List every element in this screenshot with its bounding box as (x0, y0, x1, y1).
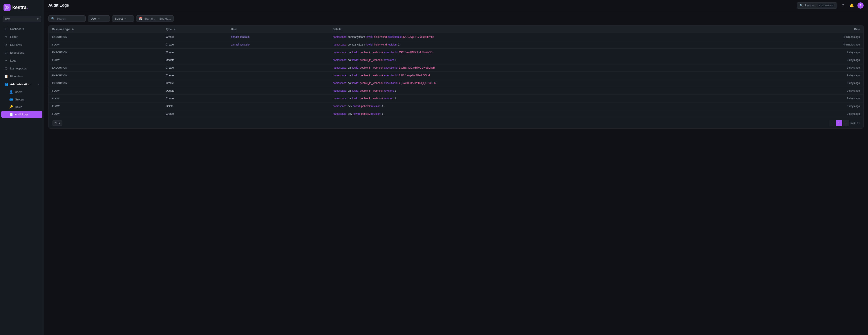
cell-user (227, 79, 329, 87)
sidebar-item-audit-logs[interactable]: 📄 Audit Logs (1, 111, 42, 118)
cell-details: namespace: qa flowId: pebble_in_webhook … (329, 87, 769, 95)
cell-user[interactable]: anna@kestra.io (227, 41, 329, 49)
cell-date: 4 minutes ago (769, 41, 863, 49)
sidebar-item-dashboard[interactable]: ⊞ Dashboard (1, 25, 42, 32)
detail-value[interactable]: pebble_in_webhook (360, 74, 383, 77)
table-row: EXECUTIONCreatenamespace: qa flowId: peb… (49, 79, 863, 87)
detail-label: namespace: (333, 51, 348, 54)
sidebar-item-editor[interactable]: ✎ Editor (1, 33, 42, 40)
detail-label: namespace: (333, 82, 348, 85)
cell-date: 9 days ago (769, 95, 863, 103)
detail-value[interactable]: pebble_in_webhook (360, 51, 383, 54)
sidebar-item-label: Dashboard (10, 27, 39, 31)
cell-details: namespace: company.team flowId: hello-wo… (329, 33, 769, 41)
col-resource-type[interactable]: Resource type ⇅ (49, 26, 162, 33)
detail-value[interactable]: OPESnWPNfP9prLJlkWuSD (399, 51, 433, 54)
cell-details: namespace: qa flowId: pebble_in_webhook … (329, 95, 769, 103)
sidebar-item-label: Roles (15, 105, 22, 109)
detail-value[interactable]: pebble2 (361, 112, 371, 115)
workspace-label: dev (5, 17, 10, 21)
prev-page-button[interactable]: ‹ (829, 120, 835, 126)
detail-label: namespace: (333, 58, 348, 61)
user-avatar[interactable]: A (858, 2, 864, 8)
cell-date: 4 minutes ago (769, 33, 863, 41)
sidebar-item-namespaces[interactable]: ⬡ Namespaces (1, 65, 42, 72)
detail-value[interactable]: 2lHfL1asgx6iv3UedrGQbd (399, 74, 430, 77)
workspace-selector[interactable]: dev ▾ (3, 16, 41, 22)
users-icon: 👤 (9, 90, 13, 94)
sidebar-item-roles[interactable]: 🔑 Roles (1, 103, 42, 110)
detail-value[interactable]: pebble_in_webhook (360, 66, 383, 69)
detail-label: flowId: (353, 105, 361, 108)
detail-value[interactable]: 37OUZQEtr1VYlkcyxfPnn6 (402, 35, 434, 38)
cell-details: namespace: dev flowId: pebble2 revision:… (329, 110, 769, 118)
sidebar-item-flows[interactable]: ▷ Ea Flows (1, 41, 42, 48)
search-filter[interactable]: 🔍 (48, 16, 86, 22)
cell-date: 9 days ago (769, 103, 863, 110)
cell-date: 9 days ago (769, 56, 863, 64)
search-input[interactable] (57, 17, 83, 20)
detail-value[interactable]: pebble_in_webhook (360, 89, 383, 92)
sidebar-item-users[interactable]: 👤 Users (1, 88, 42, 95)
detail-value[interactable]: pebble_in_webhook (360, 97, 383, 100)
search-filter-icon: 🔍 (51, 17, 55, 20)
detail-label: namespace: (333, 35, 348, 38)
detail-value: 1 (382, 105, 383, 108)
sort-resource-type-icon: ⇅ (72, 28, 73, 31)
page-size-selector[interactable]: 25 ▾ (52, 120, 62, 126)
detail-value[interactable]: pebble_in_webhook (360, 58, 383, 61)
detail-value[interactable]: 4Q6WhX7zfJaYTRQQOBXKFR (399, 82, 436, 85)
topbar: Audit Logs 🔍 Jump to... Ctrl/Cmd + K ? 🔔… (44, 0, 868, 11)
col-date: Date (769, 26, 863, 33)
cell-date: 9 days ago (769, 87, 863, 95)
main-content: Audit Logs 🔍 Jump to... Ctrl/Cmd + K ? 🔔… (44, 0, 868, 335)
col-date-label: Date (854, 28, 860, 31)
jump-to-button[interactable]: 🔍 Jump to... Ctrl/Cmd + K (797, 2, 837, 8)
col-resource-type-label: Resource type (52, 28, 70, 31)
sidebar-item-administration[interactable]: 👥 Administration ▾ (1, 80, 42, 88)
cell-type: Create (162, 79, 227, 87)
cell-date: 9 days ago (769, 64, 863, 72)
help-button[interactable]: ? (840, 2, 846, 8)
detail-value[interactable]: pebble_in_webhook (360, 82, 383, 85)
detail-value: company.team (348, 43, 365, 46)
next-page-button[interactable]: › (843, 120, 849, 126)
cell-user (227, 110, 329, 118)
detail-value[interactable]: hello-world (374, 43, 387, 46)
shortcut-badge: Ctrl/Cmd + K (818, 4, 834, 7)
detail-value: 1 (382, 112, 383, 115)
roles-icon: 🔑 (9, 105, 13, 109)
cell-user (227, 64, 329, 72)
notifications-button[interactable]: 🔔 (849, 2, 855, 8)
detail-value[interactable]: hello-world (374, 35, 387, 38)
page-1-button[interactable]: 1 (836, 120, 842, 126)
table-header: Resource type ⇅ Type ⇅ User Details (49, 26, 863, 33)
logo-text: kestra. (12, 5, 28, 10)
workspace-chevron-icon: ▾ (37, 17, 39, 21)
sidebar-item-groups[interactable]: 👥 Groups (1, 96, 42, 103)
cell-date: 9 days ago (769, 49, 863, 56)
sidebar-item-executions[interactable]: ◷ Executions (1, 49, 42, 56)
detail-value: qa (348, 97, 351, 100)
logo[interactable]: kestra. (0, 0, 44, 15)
sidebar-item-blueprints[interactable]: 📋 Blueprints (1, 73, 42, 80)
col-type[interactable]: Type ⇅ (162, 26, 227, 33)
cell-details: namespace: qa flowId: pebble_in_webhook … (329, 64, 769, 72)
cell-date: 9 days ago (769, 72, 863, 79)
detail-label: revision: (371, 105, 382, 108)
detail-label: namespace: (333, 43, 348, 46)
user-filter[interactable]: User ▾ (88, 16, 110, 22)
cell-type: Delete (162, 103, 227, 110)
detail-value: qa (348, 74, 351, 77)
sidebar-item-label: Executions (10, 51, 39, 54)
administration-chevron-icon: ▾ (38, 83, 39, 85)
detail-label: revision: (371, 112, 382, 115)
cell-user (227, 95, 329, 103)
cell-user[interactable]: anna@kestra.io (227, 33, 329, 41)
detail-label: flowId: (351, 89, 360, 92)
select-filter[interactable]: Select ▾ (112, 16, 134, 22)
sidebar-item-logs[interactable]: ≡ Logs (1, 57, 42, 64)
date-range-filter[interactable]: 📅 Start d... · End da... (136, 16, 174, 22)
detail-value[interactable]: 1koBSm7D3ltRfwCGwb6MWR (399, 66, 435, 69)
detail-value[interactable]: pebble2 (361, 105, 371, 108)
